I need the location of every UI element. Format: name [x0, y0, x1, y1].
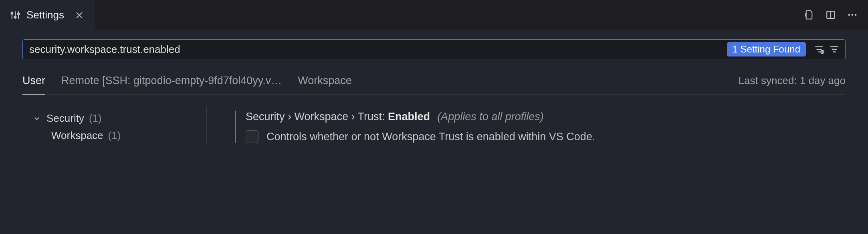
filter-icon[interactable] — [828, 42, 841, 56]
tree-label: Workspace — [51, 129, 103, 142]
svg-point-12 — [855, 14, 857, 16]
more-icon[interactable] — [846, 9, 858, 21]
open-file-icon[interactable] — [803, 9, 815, 21]
tree-count: (1) — [89, 112, 102, 125]
settings-found-badge: 1 Setting Found — [727, 42, 806, 56]
clear-filter-icon[interactable] — [812, 42, 826, 56]
svg-point-5 — [18, 13, 20, 15]
sync-status[interactable]: Last synced: 1 day ago — [739, 75, 846, 94]
svg-point-4 — [14, 16, 16, 18]
tree-item-workspace[interactable]: Workspace (1) — [22, 127, 206, 144]
chevron-down-icon — [32, 114, 42, 123]
svg-point-11 — [852, 14, 854, 16]
scope-tab-user[interactable]: User — [22, 75, 45, 94]
tree-label: Security — [46, 112, 84, 125]
setting-note: (Applies to all profiles) — [437, 111, 544, 123]
setting-breadcrumb: Security › Workspace › Trust: — [246, 111, 388, 123]
tree-item-security[interactable]: Security (1) — [22, 110, 206, 127]
search-settings-bar: 1 Setting Found — [22, 39, 846, 59]
tree-count: (1) — [108, 129, 121, 142]
svg-point-3 — [11, 12, 13, 14]
svg-point-10 — [848, 14, 850, 16]
split-editor-icon[interactable] — [825, 9, 837, 21]
settings-sliders-icon — [10, 10, 21, 21]
setting-title: Enabled — [388, 111, 430, 123]
tab-title: Settings — [26, 9, 64, 21]
checkbox[interactable] — [246, 130, 258, 143]
search-input[interactable] — [23, 40, 727, 59]
setting-item: Security › Workspace › Trust: Enabled (A… — [235, 111, 846, 143]
tab-settings[interactable]: Settings — [0, 0, 95, 30]
setting-description: Controls whether or not Workspace Trust … — [266, 131, 595, 143]
scope-tab-remote[interactable]: Remote [SSH: gitpodio-empty-9fd7fol40yy.… — [61, 75, 282, 94]
scope-tab-workspace[interactable]: Workspace — [298, 75, 352, 94]
close-icon[interactable] — [74, 10, 85, 21]
